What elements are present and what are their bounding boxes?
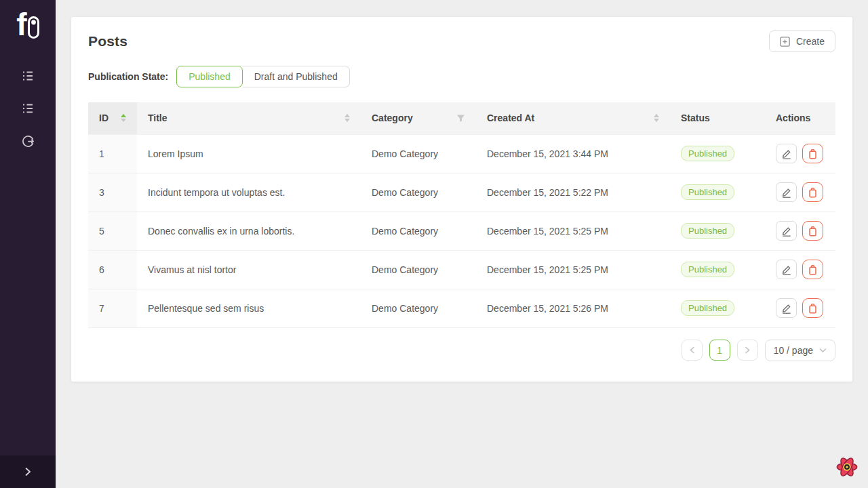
cell-category: Demo Category	[361, 134, 476, 173]
unordered-list-icon	[21, 69, 35, 83]
page-1-button[interactable]: 1	[709, 340, 730, 361]
page-size-value: 10 / page	[774, 345, 813, 356]
prev-page-button[interactable]	[682, 340, 703, 361]
cell-category: Demo Category	[361, 289, 476, 327]
cell-created-at: December 15, 2021 5:25 PM	[476, 250, 670, 289]
posts-table: ID Title Category	[88, 102, 835, 328]
status-badge: Published	[681, 300, 734, 316]
logo-toggle-icon	[28, 16, 39, 39]
sidebar-item-logout[interactable]	[0, 125, 56, 157]
edit-icon	[781, 148, 792, 159]
column-header-id[interactable]: ID	[88, 102, 137, 134]
react-query-logo-icon	[834, 454, 860, 480]
column-header-actions: Actions	[765, 102, 835, 134]
cell-status: Published	[670, 173, 765, 211]
delete-button[interactable]	[802, 182, 823, 202]
app-logo[interactable]: f	[16, 7, 39, 47]
chevron-down-icon	[819, 348, 827, 353]
column-header-title[interactable]: Title	[137, 102, 361, 134]
radio-published[interactable]: Published	[176, 66, 243, 87]
cell-actions	[765, 211, 835, 250]
chevron-right-icon	[745, 346, 751, 354]
cell-id: 6	[88, 250, 137, 289]
next-page-button[interactable]	[737, 340, 758, 361]
cell-created-at: December 15, 2021 5:26 PM	[476, 289, 670, 327]
sidebar-collapse-trigger[interactable]	[0, 455, 56, 488]
sidebar-item-categories[interactable]	[0, 92, 56, 125]
table-row: 3 Incidunt tempora ut voluptas est. Demo…	[88, 173, 835, 211]
cell-status: Published	[670, 211, 765, 250]
cell-id: 7	[88, 289, 137, 327]
pagination: 1 10 / page	[88, 340, 835, 361]
cell-actions	[765, 250, 835, 289]
status-badge: Published	[681, 223, 734, 239]
cell-title: Lorem Ipsum	[137, 134, 361, 173]
cell-category: Demo Category	[361, 250, 476, 289]
cell-created-at: December 15, 2021 5:22 PM	[476, 173, 670, 211]
publication-state-label: Publication State:	[88, 71, 168, 82]
delete-icon	[808, 148, 818, 159]
sort-icon	[654, 114, 659, 122]
column-header-status: Status	[670, 102, 765, 134]
delete-button[interactable]	[802, 144, 823, 163]
create-button[interactable]: Create	[769, 30, 835, 52]
cell-created-at: December 15, 2021 3:44 PM	[476, 134, 670, 173]
cell-status: Published	[670, 250, 765, 289]
edit-icon	[781, 226, 792, 237]
edit-button[interactable]	[776, 182, 797, 202]
cell-title: Incidunt tempora ut voluptas est.	[137, 173, 361, 211]
cell-category: Demo Category	[361, 173, 476, 211]
main-content: Posts Create Publication State: Publishe…	[56, 0, 868, 488]
chevron-left-icon	[689, 346, 695, 354]
create-button-label: Create	[796, 36, 825, 47]
cell-id: 3	[88, 173, 137, 211]
table-row: 6 Vivamus at nisl tortor Demo Category D…	[88, 250, 835, 289]
table-row: 1 Lorem Ipsum Demo Category December 15,…	[88, 134, 835, 173]
cell-actions	[765, 134, 835, 173]
column-header-category[interactable]: Category	[361, 102, 476, 134]
delete-icon	[808, 303, 818, 314]
table-row: 5 Donec convallis ex in urna lobortis. D…	[88, 211, 835, 250]
logo-letter: f	[16, 7, 26, 42]
cell-id: 5	[88, 211, 137, 250]
filter-icon[interactable]	[456, 114, 465, 123]
posts-card: Posts Create Publication State: Publishe…	[71, 17, 852, 382]
page-title: Posts	[88, 33, 127, 49]
sort-icon	[344, 114, 350, 122]
cell-id: 1	[88, 134, 137, 173]
chevron-right-icon	[24, 467, 32, 476]
sidebar: f	[0, 0, 56, 488]
cell-created-at: December 15, 2021 5:25 PM	[476, 211, 670, 250]
edit-icon	[781, 187, 792, 198]
delete-button[interactable]	[802, 298, 823, 318]
delete-icon	[808, 226, 818, 237]
cell-actions	[765, 289, 835, 327]
edit-button[interactable]	[776, 260, 797, 279]
delete-button[interactable]	[802, 260, 823, 279]
page-size-select[interactable]: 10 / page	[765, 340, 835, 361]
delete-button[interactable]	[802, 221, 823, 241]
publication-state-filter: Publication State: Published Draft and P…	[88, 66, 835, 87]
edit-button[interactable]	[776, 144, 797, 163]
edit-button[interactable]	[776, 221, 797, 241]
cell-category: Demo Category	[361, 211, 476, 250]
publication-state-radio-group: Published Draft and Published	[176, 66, 349, 87]
react-query-devtools-button[interactable]	[834, 454, 860, 480]
logout-icon	[21, 134, 35, 148]
edit-icon	[781, 303, 792, 314]
sort-icon	[121, 114, 126, 122]
cell-status: Published	[670, 289, 765, 327]
delete-icon	[808, 187, 818, 198]
edit-icon	[781, 264, 792, 275]
cell-title: Pellentesque sed sem risus	[137, 289, 361, 327]
column-header-created-at[interactable]: Created At	[476, 102, 670, 134]
status-badge: Published	[681, 262, 734, 277]
edit-button[interactable]	[776, 298, 797, 318]
radio-draft-and-published[interactable]: Draft and Published	[243, 66, 350, 87]
cell-title: Vivamus at nisl tortor	[137, 250, 361, 289]
table-header-row: ID Title Category	[88, 102, 835, 134]
status-badge: Published	[681, 184, 734, 200]
sidebar-item-posts[interactable]	[0, 60, 56, 92]
sidebar-menu	[0, 60, 56, 157]
cell-status: Published	[670, 134, 765, 173]
